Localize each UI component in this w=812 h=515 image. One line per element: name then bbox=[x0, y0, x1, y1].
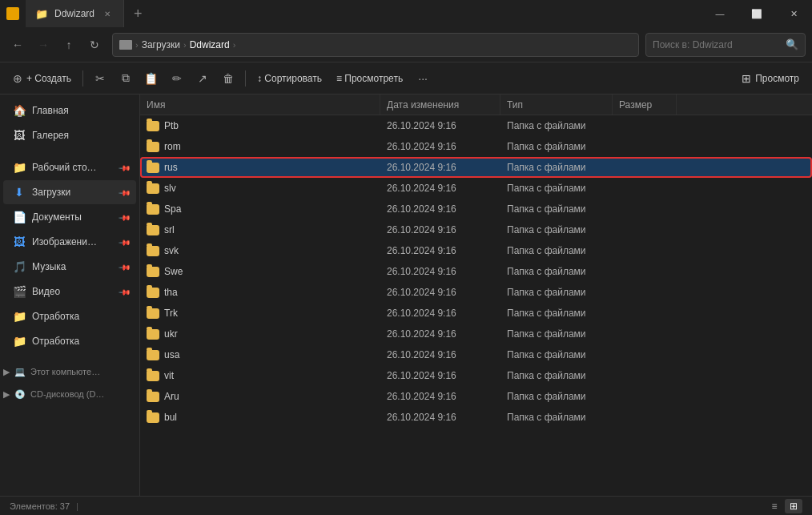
list-view-button[interactable]: ≡ bbox=[766, 499, 783, 513]
address-bar[interactable]: › Загрузки › Ddwizard › bbox=[112, 33, 639, 57]
col-header-name[interactable]: Имя bbox=[140, 95, 380, 115]
breadcrumb-downloads[interactable]: Загрузки bbox=[142, 39, 180, 50]
col-header-date[interactable]: Дата изменения bbox=[380, 95, 500, 115]
file-date-cell: 26.10.2024 9:16 bbox=[380, 407, 500, 428]
table-row[interactable]: rus 26.10.2024 9:16 Папка с файлами bbox=[140, 157, 812, 178]
sidebar-cd-header[interactable]: ▶ 💿 CD-дисковод (D… bbox=[0, 383, 139, 405]
sidebar-item-video[interactable]: 🎬 Видео 📌 bbox=[3, 280, 136, 304]
close-button[interactable]: ✕ bbox=[775, 0, 812, 27]
file-type-cell: Папка с файлами bbox=[500, 136, 613, 157]
sidebar: 🏠 Главная 🖼 Галерея 📁 Рабочий сто… 📌 ⬇ З… bbox=[0, 95, 140, 496]
music-icon: 🎵 bbox=[13, 260, 26, 273]
table-row[interactable]: rom 26.10.2024 9:16 Папка с файлами bbox=[140, 136, 812, 157]
search-box[interactable]: 🔍 bbox=[645, 33, 806, 57]
sidebar-item-music[interactable]: 🎵 Музыка 📌 bbox=[3, 255, 136, 279]
table-row[interactable]: Swe 26.10.2024 9:16 Папка с файлами bbox=[140, 261, 812, 282]
app-icon bbox=[6, 7, 19, 20]
sidebar-item-obrabotka2[interactable]: 📁 Отработка bbox=[3, 329, 136, 353]
table-row[interactable]: svk 26.10.2024 9:16 Папка с файлами bbox=[140, 240, 812, 261]
tab-close-button[interactable]: ✕ bbox=[101, 7, 114, 20]
view-right-label: Просмотр bbox=[755, 73, 799, 84]
file-type-cell: Папка с файлами bbox=[500, 324, 613, 344]
table-row[interactable]: vit 26.10.2024 9:16 Папка с файлами bbox=[140, 365, 812, 386]
paste-button[interactable]: 📋 bbox=[139, 66, 163, 91]
sidebar-item-music-label: Музыка bbox=[32, 261, 66, 272]
sidebar-item-desktop[interactable]: 📁 Рабочий сто… 📌 bbox=[3, 155, 136, 179]
more-button[interactable]: ··· bbox=[411, 66, 435, 91]
file-type-cell: Папка с файлами bbox=[500, 407, 613, 428]
file-type-cell: Папка с файлами bbox=[500, 386, 613, 407]
file-name-cell: Aru bbox=[140, 386, 380, 407]
desktop-icon: 📁 bbox=[13, 161, 26, 174]
computer-icon-sm: 💻 bbox=[14, 367, 26, 377]
sort-button[interactable]: ↕ Сортировать bbox=[251, 66, 328, 91]
col-header-type[interactable]: Тип bbox=[500, 95, 613, 115]
sidebar-item-home[interactable]: 🏠 Главная bbox=[3, 99, 136, 123]
file-name-cell: rus bbox=[140, 157, 380, 178]
file-name-text: Ptb bbox=[164, 120, 179, 131]
new-tab-button[interactable]: + bbox=[124, 0, 152, 27]
sidebar-item-obrabotka1[interactable]: 📁 Отработка bbox=[3, 304, 136, 328]
table-row[interactable]: Spa 26.10.2024 9:16 Папка с файлами bbox=[140, 199, 812, 219]
grid-view-button[interactable]: ⊞ bbox=[785, 499, 802, 513]
cut-button[interactable]: ✂ bbox=[88, 66, 112, 91]
file-size-cell bbox=[613, 240, 677, 261]
file-type-cell: Папка с файлами bbox=[500, 282, 613, 303]
tab-folder-icon: 📁 bbox=[35, 8, 48, 20]
table-row[interactable]: usa 26.10.2024 9:16 Папка с файлами bbox=[140, 344, 812, 365]
table-row[interactable]: bul 26.10.2024 9:16 Папка с файлами bbox=[140, 407, 812, 428]
minimize-button[interactable]: — bbox=[701, 0, 738, 27]
file-name-text: rus bbox=[164, 162, 178, 173]
table-row[interactable]: srl 26.10.2024 9:16 Папка с файлами bbox=[140, 219, 812, 240]
back-button[interactable]: ← bbox=[6, 34, 29, 56]
table-row[interactable]: tha 26.10.2024 9:16 Папка с файлами bbox=[140, 282, 812, 303]
file-size-cell bbox=[613, 407, 677, 428]
table-row[interactable]: Trk 26.10.2024 9:16 Папка с файлами bbox=[140, 303, 812, 324]
obrabotka1-icon: 📁 bbox=[13, 310, 26, 323]
file-name-text: rom bbox=[164, 141, 181, 152]
sidebar-item-pictures[interactable]: 🖼 Изображени… 📌 bbox=[3, 230, 136, 254]
file-name-cell: tha bbox=[140, 282, 380, 303]
table-row[interactable]: ukr 26.10.2024 9:16 Папка с файлами bbox=[140, 324, 812, 344]
view-button[interactable]: ≡ Просмотреть bbox=[330, 66, 409, 91]
sidebar-item-downloads[interactable]: ⬇ Загрузки 📌 bbox=[3, 180, 136, 204]
tab-ddwizard[interactable]: 📁 Ddwizard ✕ bbox=[26, 0, 124, 27]
folder-icon bbox=[147, 308, 159, 319]
share-button[interactable]: ↗ bbox=[191, 66, 215, 91]
maximize-button[interactable]: ⬜ bbox=[738, 0, 775, 27]
folder-icon bbox=[147, 121, 159, 131]
file-name-cell: usa bbox=[140, 344, 380, 365]
downloads-pin-icon: 📌 bbox=[119, 186, 131, 199]
rename-button[interactable]: ✏ bbox=[165, 66, 189, 91]
desktop-pin-icon: 📌 bbox=[119, 161, 131, 174]
file-type-cell: Папка с файлами bbox=[500, 240, 613, 261]
computer-expand-icon: ▶ bbox=[3, 367, 10, 377]
sidebar-computer-header[interactable]: ▶ 💻 Этот компьюте… bbox=[0, 360, 139, 383]
file-name-cell: ukr bbox=[140, 324, 380, 344]
file-date-cell: 26.10.2024 9:16 bbox=[380, 219, 500, 240]
search-input[interactable] bbox=[653, 39, 781, 50]
col-name-label: Имя bbox=[147, 99, 165, 111]
create-label: + Создать bbox=[26, 73, 71, 84]
forward-button[interactable]: → bbox=[32, 34, 54, 56]
delete-button[interactable]: 🗑 bbox=[216, 66, 240, 91]
col-header-size[interactable]: Размер bbox=[613, 95, 677, 115]
sidebar-item-home-label: Главная bbox=[32, 105, 69, 116]
table-row[interactable]: slv 26.10.2024 9:16 Папка с файлами bbox=[140, 178, 812, 199]
table-row[interactable]: Aru 26.10.2024 9:16 Папка с файлами bbox=[140, 386, 812, 407]
table-row[interactable]: Ptb 26.10.2024 9:16 Папка с файлами bbox=[140, 115, 812, 136]
view-right-button[interactable]: ⊞ Просмотр bbox=[735, 66, 806, 91]
copy-button[interactable]: ⧉ bbox=[114, 66, 138, 91]
file-type-cell: Папка с файлами bbox=[500, 157, 613, 178]
create-button[interactable]: ⊕ + Создать bbox=[6, 66, 78, 91]
file-date-cell: 26.10.2024 9:16 bbox=[380, 157, 500, 178]
refresh-button[interactable]: ↻ bbox=[83, 34, 106, 56]
up-button[interactable]: ↑ bbox=[58, 34, 80, 56]
breadcrumb-ddwizard[interactable]: Ddwizard bbox=[190, 39, 230, 50]
file-list: Ptb 26.10.2024 9:16 Папка с файлами rom … bbox=[140, 115, 812, 496]
sidebar-item-downloads-label: Загрузки bbox=[32, 187, 70, 198]
sidebar-item-gallery[interactable]: 🖼 Галерея bbox=[3, 123, 136, 147]
breadcrumb-sep-2: › bbox=[233, 40, 236, 50]
sidebar-item-documents[interactable]: 📄 Документы 📌 bbox=[3, 205, 136, 229]
file-size-cell bbox=[613, 324, 677, 344]
